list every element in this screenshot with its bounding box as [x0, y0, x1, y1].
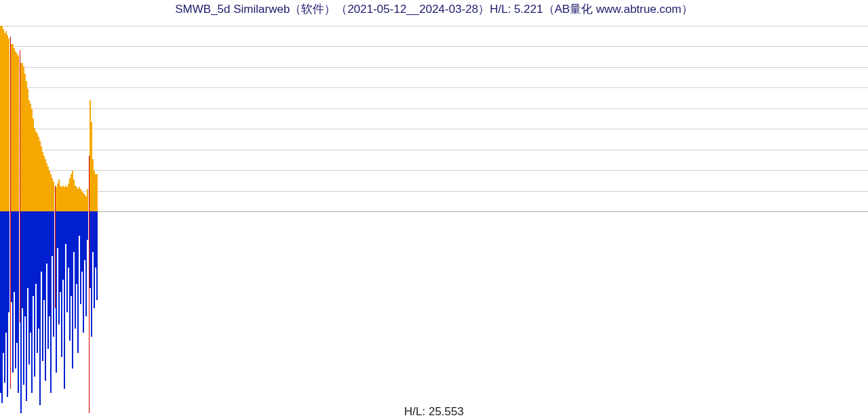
- upper-bars: [0, 26, 98, 211]
- lower-bars: [0, 211, 98, 413]
- midline: [0, 211, 868, 212]
- gridlines: [0, 19, 868, 413]
- gridline: [0, 191, 868, 192]
- gridline: [0, 46, 868, 47]
- upper-bar: [96, 174, 98, 211]
- chart-title: SMWB_5d Similarweb（软件）（2021-05-12__2024-…: [0, 1, 868, 17]
- gridline: [0, 67, 868, 68]
- gridline: [0, 87, 868, 88]
- gridline: [0, 26, 868, 26]
- gridline: [0, 108, 868, 109]
- lower-bar: [96, 211, 98, 300]
- gridline: [0, 170, 868, 171]
- chart-footer: H/L: 25.553: [0, 405, 868, 419]
- chart-area: [0, 19, 868, 413]
- gridline: [0, 129, 868, 129]
- gridline: [0, 150, 868, 150]
